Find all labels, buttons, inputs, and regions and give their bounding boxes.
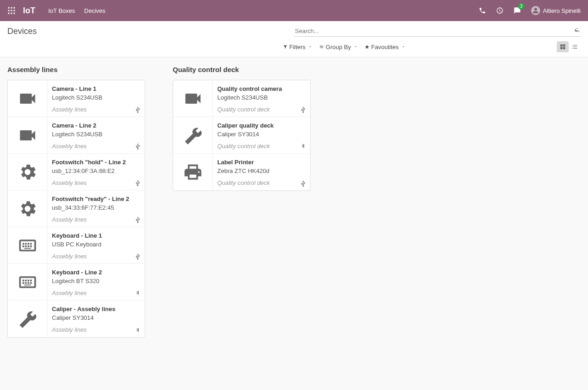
star-icon [365,45,369,49]
control-panel-row1: Devices [0,21,588,39]
kanban: Assembly linesCamera - Line 1Logitech S2… [0,57,588,346]
card-name: Footswitch "hold" - Line 2 [52,158,140,167]
wrench-icon [173,117,213,153]
device-card[interactable]: Keyboard - Line 2Logitech BT S320Assebly… [8,264,145,301]
device-card[interactable]: Caliper - Assebly linesCaliper SY3014Ass… [8,301,145,337]
control-panel: Devices Filters Group By Favoutites [0,21,588,57]
card-name: Keyboard - Line 1 [52,232,140,240]
card-body: Camera - Line 2Logitech S234USBAssebly l… [47,117,145,153]
card-subtitle: Logitech BT S320 [52,277,140,286]
caret-icon [308,45,312,49]
camera-icon [8,117,47,153]
kanban-view-button[interactable] [557,41,569,52]
card-name: Camera - Line 2 [52,122,140,130]
list-icon [571,44,578,50]
list-view-button[interactable] [569,41,581,52]
card-name: Caliper - Assebly lines [52,305,140,313]
card-name: Label Printer [217,158,305,167]
card-name: Keyboard - Line 2 [52,268,140,277]
groupby-button[interactable]: Group By [319,44,357,50]
navbar-left: IoT IoT Boxes Decives [7,6,115,16]
card-subtitle: Logitech S234USB [217,93,305,102]
favorites-button[interactable]: Favoutites [365,44,405,50]
card-group: Assebly lines [52,253,140,260]
device-card[interactable]: Quality control cameraLogitech S234USBQu… [173,80,310,117]
card-name: Quality control camera [217,85,305,93]
card-subtitle: usb_12:34:0F:3A:88:E2 [52,167,140,176]
device-card[interactable]: Camera - Line 2Logitech S234USBAssebly l… [8,117,145,154]
avatar [531,6,540,15]
bluetooth-icon [300,143,306,150]
phone-icon[interactable] [479,7,486,14]
card-group: Assebly lines [52,216,140,223]
card-subtitle: Caliper SY3014 [52,313,140,323]
control-panel-row2: Filters Group By Favoutites [0,39,588,57]
search-wrap [294,26,581,37]
user-menu[interactable]: Altiero Spinelli [531,6,581,15]
brand[interactable]: IoT [23,6,35,16]
nav-link-iot-boxes[interactable]: IoT Boxes [48,7,75,14]
usb-icon [135,180,141,186]
device-card[interactable]: Caliper quality deckCaliper SY3014Qualit… [173,117,310,154]
camera-icon [8,80,47,117]
device-card[interactable]: Label PrinterZebra ZTC HK420dQuality con… [173,154,310,190]
caret-icon [354,45,357,49]
column-title: Assembly lines [7,66,145,73]
card-group: Quality control deck [217,179,305,186]
caret-icon [401,45,405,49]
column-title: Quality control deck [173,66,311,73]
wrench-icon [8,301,47,337]
groupby-label: Group By [326,44,351,50]
filter-group: Filters Group By Favoutites [283,44,405,50]
device-card[interactable]: Keyboard - Line 1USB PC KeyboardAssebly … [8,227,145,264]
navbar: IoT IoT Boxes Decives 3 Altiero Spinelli [0,0,588,21]
apps-icon[interactable] [7,6,16,15]
card-subtitle: USB PC Keyboard [52,240,140,249]
gear-icon [8,190,47,227]
card-body: Caliper quality deckCaliper SY3014Qualit… [213,117,310,153]
clock-icon[interactable] [496,7,503,14]
search-input[interactable] [294,26,581,36]
device-card[interactable]: Footswitch "hold" - Line 2usb_12:34:0F:3… [8,154,145,190]
device-card[interactable]: Camera - Line 1Logitech S234USBAssebly l… [8,80,145,117]
card-group: Assebly lines [52,106,140,113]
usb-icon [135,253,141,260]
card-subtitle: Zebra ZTC HK420d [217,167,305,176]
card-group: Quality control deck [217,143,305,150]
printer-icon [173,154,213,190]
device-card[interactable]: Footswitch "ready" - Line 2usb_34:33:6F:… [8,190,145,227]
nav-link-devices[interactable]: Decives [84,7,105,14]
card-subtitle: Logitech S234USB [52,93,140,102]
search-icon[interactable] [574,27,581,33]
card-subtitle: Logitech S234USB [52,130,140,139]
messages-badge: 3 [518,3,525,10]
keyboard-icon [8,264,47,300]
card-subtitle: Caliper SY3014 [217,130,305,139]
card-name: Caliper quality deck [217,122,305,130]
usb-icon [300,180,306,187]
card-body: Camera - Line 1Logitech S234USBAssebly l… [47,80,145,117]
card-name: Footswitch "ready" - Line 2 [52,195,140,203]
card-group: Quality control deck [217,106,305,113]
bluetooth-icon [135,290,141,296]
card-body: Footswitch "hold" - Line 2usb_12:34:0F:3… [47,154,145,190]
card-body: Quality control cameraLogitech S234USBQu… [213,80,310,117]
bluetooth-icon [135,327,141,334]
kanban-icon [560,44,566,50]
card-body: Keyboard - Line 1USB PC KeyboardAssebly … [47,227,145,263]
username: Altiero Spinelli [543,7,581,14]
card-group: Assebly lines [52,290,140,296]
card-group: Assebly lines [52,179,140,186]
filters-button[interactable]: Filters [283,44,312,50]
favorites-label: Favoutites [371,44,399,50]
card-body: Caliper - Assebly linesCaliper SY3014Ass… [47,301,145,337]
usb-icon [135,106,141,113]
messages-icon[interactable]: 3 [514,7,521,14]
card-body: Keyboard - Line 2Logitech BT S320Assebly… [47,264,145,300]
page-title: Devices [7,27,37,36]
card-group: Assebly lines [52,143,140,150]
kanban-column: Quality control deckQuality control came… [173,66,311,191]
keyboard-icon [8,227,47,263]
navbar-right: 3 Altiero Spinelli [479,6,581,15]
usb-icon [300,106,306,113]
